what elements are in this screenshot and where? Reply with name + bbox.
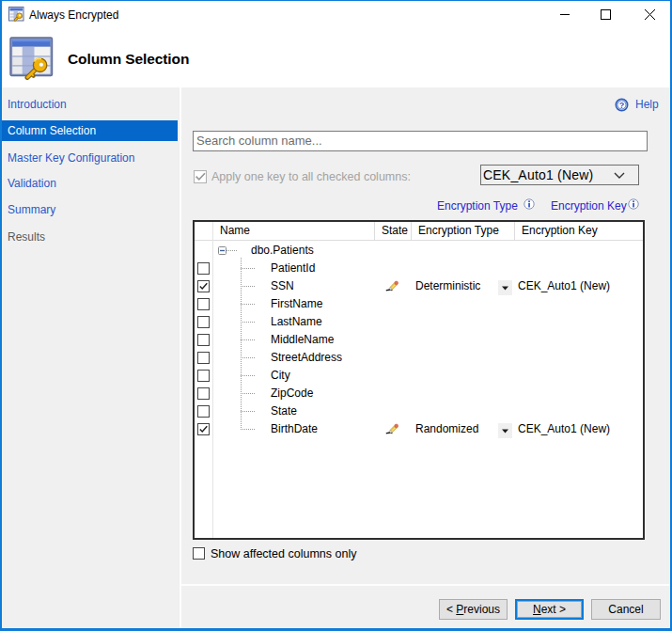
svg-text:?: ? (619, 101, 625, 110)
